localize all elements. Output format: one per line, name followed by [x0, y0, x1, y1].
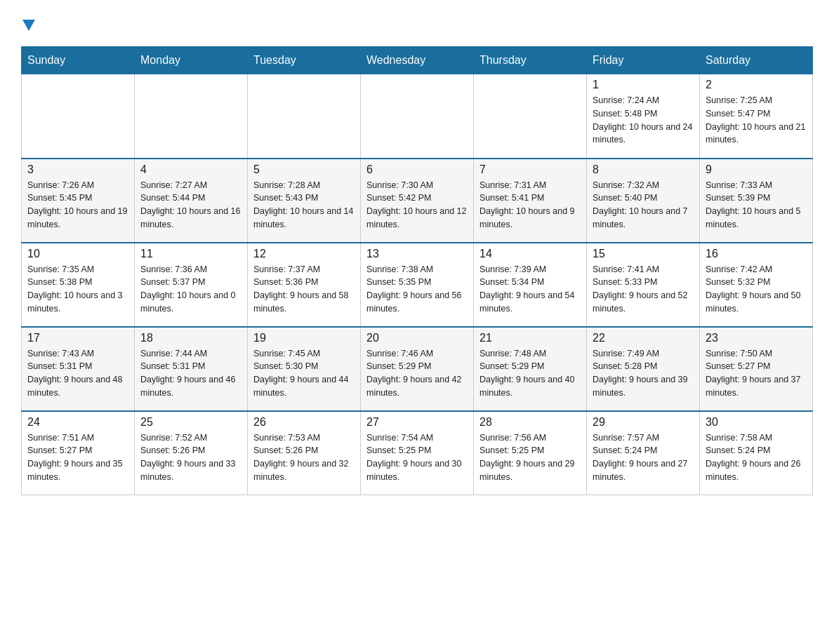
day-number: 23: [706, 332, 807, 344]
day-cell: 6Sunrise: 7:30 AMSunset: 5:42 PMDaylight…: [361, 159, 474, 243]
day-info: Sunrise: 7:51 AMSunset: 5:27 PMDaylight:…: [27, 431, 128, 484]
day-info: Sunrise: 7:30 AMSunset: 5:42 PMDaylight:…: [366, 179, 468, 232]
day-number: 13: [366, 248, 468, 260]
header-wednesday: Wednesday: [361, 47, 474, 74]
day-info: Sunrise: 7:31 AMSunset: 5:41 PMDaylight:…: [479, 179, 581, 232]
day-cell: [361, 74, 474, 159]
logo-triangle-icon: [22, 20, 35, 31]
day-info: Sunrise: 7:38 AMSunset: 5:35 PMDaylight:…: [366, 263, 468, 316]
day-cell: 10Sunrise: 7:35 AMSunset: 5:38 PMDayligh…: [22, 243, 135, 327]
day-number: 19: [253, 332, 355, 344]
day-info: Sunrise: 7:54 AMSunset: 5:25 PMDaylight:…: [366, 431, 468, 484]
day-info: Sunrise: 7:28 AMSunset: 5:43 PMDaylight:…: [253, 179, 355, 232]
day-cell: 13Sunrise: 7:38 AMSunset: 5:35 PMDayligh…: [361, 243, 474, 327]
day-number: 2: [706, 79, 807, 91]
day-info: Sunrise: 7:41 AMSunset: 5:33 PMDaylight:…: [593, 263, 694, 316]
day-number: 28: [479, 416, 581, 429]
day-number: 10: [27, 248, 128, 260]
day-cell: [135, 74, 248, 159]
day-cell: 24Sunrise: 7:51 AMSunset: 5:27 PMDayligh…: [22, 411, 135, 495]
header-monday: Monday: [135, 47, 248, 74]
day-number: 9: [706, 163, 807, 176]
calendar-table: SundayMondayTuesdayWednesdayThursdayFrid…: [21, 46, 813, 495]
day-info: Sunrise: 7:24 AMSunset: 5:48 PMDaylight:…: [593, 94, 694, 147]
day-cell: 27Sunrise: 7:54 AMSunset: 5:25 PMDayligh…: [361, 411, 474, 495]
day-info: Sunrise: 7:56 AMSunset: 5:25 PMDaylight:…: [479, 431, 581, 484]
day-number: 1: [593, 79, 694, 91]
day-info: Sunrise: 7:42 AMSunset: 5:32 PMDaylight:…: [706, 263, 807, 316]
day-cell: 1Sunrise: 7:24 AMSunset: 5:48 PMDaylight…: [587, 74, 700, 159]
day-number: 26: [253, 416, 355, 429]
day-cell: 3Sunrise: 7:26 AMSunset: 5:45 PMDaylight…: [22, 159, 135, 243]
week-row-3: 10Sunrise: 7:35 AMSunset: 5:38 PMDayligh…: [22, 243, 813, 327]
day-number: 21: [479, 332, 581, 344]
page-header: [21, 14, 813, 32]
day-info: Sunrise: 7:49 AMSunset: 5:28 PMDaylight:…: [593, 347, 694, 400]
day-number: 20: [366, 332, 468, 344]
day-number: 15: [593, 248, 694, 260]
day-cell: 23Sunrise: 7:50 AMSunset: 5:27 PMDayligh…: [700, 327, 813, 411]
header-row: SundayMondayTuesdayWednesdayThursdayFrid…: [22, 47, 813, 74]
day-cell: 8Sunrise: 7:32 AMSunset: 5:40 PMDaylight…: [587, 159, 700, 243]
day-number: 5: [253, 163, 355, 176]
day-cell: [248, 74, 361, 159]
day-number: 12: [253, 248, 355, 260]
day-number: 3: [27, 163, 128, 176]
day-info: Sunrise: 7:25 AMSunset: 5:47 PMDaylight:…: [706, 94, 807, 147]
day-number: 29: [593, 416, 694, 429]
header-friday: Friday: [587, 47, 700, 74]
day-number: 18: [140, 332, 241, 344]
day-number: 27: [366, 416, 468, 429]
header-thursday: Thursday: [474, 47, 587, 74]
day-cell: 22Sunrise: 7:49 AMSunset: 5:28 PMDayligh…: [587, 327, 700, 411]
day-cell: 7Sunrise: 7:31 AMSunset: 5:41 PMDaylight…: [474, 159, 587, 243]
day-number: 24: [27, 416, 128, 429]
day-info: Sunrise: 7:44 AMSunset: 5:31 PMDaylight:…: [140, 347, 241, 400]
week-row-2: 3Sunrise: 7:26 AMSunset: 5:45 PMDaylight…: [22, 159, 813, 243]
day-info: Sunrise: 7:50 AMSunset: 5:27 PMDaylight:…: [706, 347, 807, 400]
day-info: Sunrise: 7:58 AMSunset: 5:24 PMDaylight:…: [706, 431, 807, 484]
day-info: Sunrise: 7:46 AMSunset: 5:29 PMDaylight:…: [366, 347, 468, 400]
week-row-4: 17Sunrise: 7:43 AMSunset: 5:31 PMDayligh…: [22, 327, 813, 411]
day-number: 11: [140, 248, 241, 260]
day-cell: [474, 74, 587, 159]
day-cell: 25Sunrise: 7:52 AMSunset: 5:26 PMDayligh…: [135, 411, 248, 495]
logo: [21, 14, 35, 32]
day-info: Sunrise: 7:57 AMSunset: 5:24 PMDaylight:…: [593, 431, 694, 484]
day-cell: 29Sunrise: 7:57 AMSunset: 5:24 PMDayligh…: [587, 411, 700, 495]
day-info: Sunrise: 7:43 AMSunset: 5:31 PMDaylight:…: [27, 347, 128, 400]
header-sunday: Sunday: [22, 47, 135, 74]
day-info: Sunrise: 7:52 AMSunset: 5:26 PMDaylight:…: [140, 431, 241, 484]
day-number: 25: [140, 416, 241, 429]
day-info: Sunrise: 7:32 AMSunset: 5:40 PMDaylight:…: [593, 179, 694, 232]
day-info: Sunrise: 7:35 AMSunset: 5:38 PMDaylight:…: [27, 263, 128, 316]
day-cell: 9Sunrise: 7:33 AMSunset: 5:39 PMDaylight…: [700, 159, 813, 243]
day-cell: 18Sunrise: 7:44 AMSunset: 5:31 PMDayligh…: [135, 327, 248, 411]
day-cell: 14Sunrise: 7:39 AMSunset: 5:34 PMDayligh…: [474, 243, 587, 327]
day-cell: 21Sunrise: 7:48 AMSunset: 5:29 PMDayligh…: [474, 327, 587, 411]
day-number: 22: [593, 332, 694, 344]
day-cell: 20Sunrise: 7:46 AMSunset: 5:29 PMDayligh…: [361, 327, 474, 411]
day-info: Sunrise: 7:39 AMSunset: 5:34 PMDaylight:…: [479, 263, 581, 316]
day-cell: 15Sunrise: 7:41 AMSunset: 5:33 PMDayligh…: [587, 243, 700, 327]
day-number: 30: [706, 416, 807, 429]
day-info: Sunrise: 7:36 AMSunset: 5:37 PMDaylight:…: [140, 263, 241, 316]
day-info: Sunrise: 7:48 AMSunset: 5:29 PMDaylight:…: [479, 347, 581, 400]
day-cell: 30Sunrise: 7:58 AMSunset: 5:24 PMDayligh…: [700, 411, 813, 495]
day-number: 7: [479, 163, 581, 176]
day-number: 16: [706, 248, 807, 260]
header-tuesday: Tuesday: [248, 47, 361, 74]
week-row-1: 1Sunrise: 7:24 AMSunset: 5:48 PMDaylight…: [22, 74, 813, 159]
day-cell: 5Sunrise: 7:28 AMSunset: 5:43 PMDaylight…: [248, 159, 361, 243]
day-cell: 17Sunrise: 7:43 AMSunset: 5:31 PMDayligh…: [22, 327, 135, 411]
week-row-5: 24Sunrise: 7:51 AMSunset: 5:27 PMDayligh…: [22, 411, 813, 495]
header-saturday: Saturday: [700, 47, 813, 74]
day-number: 8: [593, 163, 694, 176]
day-cell: 2Sunrise: 7:25 AMSunset: 5:47 PMDaylight…: [700, 74, 813, 159]
day-cell: 28Sunrise: 7:56 AMSunset: 5:25 PMDayligh…: [474, 411, 587, 495]
day-cell: 11Sunrise: 7:36 AMSunset: 5:37 PMDayligh…: [135, 243, 248, 327]
day-cell: 12Sunrise: 7:37 AMSunset: 5:36 PMDayligh…: [248, 243, 361, 327]
day-cell: 16Sunrise: 7:42 AMSunset: 5:32 PMDayligh…: [700, 243, 813, 327]
day-info: Sunrise: 7:33 AMSunset: 5:39 PMDaylight:…: [706, 179, 807, 232]
day-info: Sunrise: 7:37 AMSunset: 5:36 PMDaylight:…: [253, 263, 355, 316]
